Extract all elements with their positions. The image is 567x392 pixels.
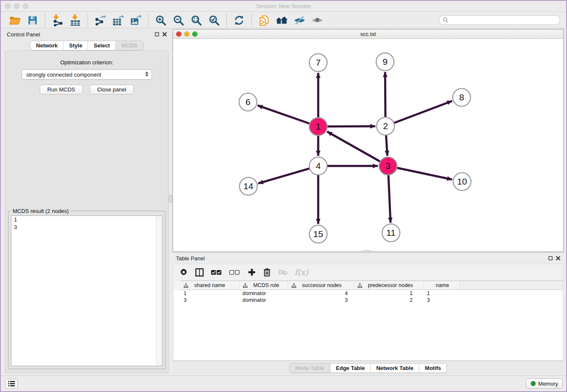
graph-node-15[interactable]: 15 — [309, 225, 327, 243]
graph-node-7[interactable]: 7 — [309, 54, 327, 72]
node-table[interactable]: shared nameMCDS rolesuccessor nodesprede… — [173, 281, 563, 361]
svg-text:6: 6 — [245, 97, 250, 107]
vertical-splitter-handle[interactable] — [169, 195, 172, 202]
close-panel-button[interactable]: Close panel — [90, 85, 134, 94]
export-network-icon[interactable] — [94, 14, 107, 27]
close-panel-icon[interactable] — [162, 32, 167, 36]
export-table-icon[interactable] — [112, 14, 124, 27]
hide-selected-icon[interactable] — [293, 14, 306, 27]
graph-node-10[interactable]: 10 — [453, 173, 471, 190]
float-panel-icon[interactable] — [155, 32, 159, 36]
table-panel: Table Panel — [173, 253, 564, 375]
table-cell: 3 — [180, 297, 239, 304]
tab-style[interactable]: Style — [63, 41, 88, 50]
graph-node-11[interactable]: 11 — [382, 224, 400, 242]
session-title: Session: New Session — [1, 3, 566, 9]
optimization-criterion-dropdown[interactable]: strongly connected component — [22, 69, 152, 80]
tab-network[interactable]: Network — [30, 41, 63, 50]
column-header-successor-nodes[interactable]: successor nodes — [288, 281, 354, 290]
select-all-icon[interactable] — [211, 269, 222, 275]
optimization-criterion-label: Optimization criterion: — [6, 59, 168, 66]
graph-node-2[interactable]: 2 — [377, 117, 394, 135]
graph-node-1[interactable]: 1 — [309, 118, 327, 135]
gear-icon[interactable] — [179, 268, 188, 276]
save-session-icon[interactable] — [26, 14, 39, 27]
column-layout-icon[interactable] — [195, 268, 204, 277]
svg-text:9: 9 — [383, 57, 388, 66]
tab-select[interactable]: Select — [88, 41, 116, 50]
first-neighbors-icon[interactable] — [275, 14, 288, 27]
graph-node-9[interactable]: 9 — [376, 53, 394, 71]
graph-edge-3-11[interactable] — [388, 175, 391, 223]
graph-edge-4-14[interactable] — [258, 168, 309, 183]
close-panel-icon[interactable] — [556, 256, 560, 260]
tab-node-table[interactable]: Node Table — [290, 364, 330, 373]
table-row[interactable]: 3dominator323 — [173, 297, 563, 304]
table-panel-header: Table Panel — [173, 253, 564, 263]
graph-edge-2-8[interactable] — [394, 101, 452, 123]
search-icon — [443, 17, 449, 23]
graph-edge-2-9[interactable] — [385, 72, 385, 117]
table-cell: 1 — [424, 290, 460, 297]
memory-button[interactable]: Memory — [526, 378, 563, 389]
tab-motifs[interactable]: Motifs — [419, 364, 446, 373]
memory-status-icon — [531, 381, 536, 386]
network-window-titlebar[interactable]: × − + scc.txt — [173, 30, 563, 39]
tab-mcds[interactable]: MCDS — [116, 41, 143, 50]
svg-text:7: 7 — [316, 58, 321, 67]
zoom-selected-icon[interactable] — [208, 14, 220, 27]
column-header-predecessor-nodes[interactable]: predecessor nodes — [354, 281, 424, 290]
toolbar-separator — [88, 14, 88, 27]
control-panel-header: Control Panel — [3, 29, 170, 39]
graph-node-4[interactable]: 4 — [309, 157, 327, 175]
show-all-icon[interactable] — [311, 14, 324, 27]
column-header-name[interactable]: name — [424, 281, 460, 290]
export-image-icon[interactable] — [129, 14, 142, 27]
graph-edge-3-10[interactable] — [397, 168, 452, 179]
zoom-out-icon[interactable] — [172, 14, 185, 27]
horizontal-splitter-handle[interactable] — [363, 250, 371, 253]
add-column-icon[interactable] — [248, 268, 256, 276]
graph-node-3[interactable]: 3 — [379, 157, 397, 175]
float-panel-icon[interactable] — [548, 256, 553, 260]
column-header-MCDS-role[interactable]: MCDS role — [239, 281, 288, 290]
run-mcds-button[interactable]: Run MCDS — [40, 85, 83, 94]
svg-text:15: 15 — [313, 229, 323, 239]
network-canvas[interactable]: 7968124314101511 — [173, 39, 563, 251]
graph-node-6[interactable]: 6 — [239, 93, 257, 111]
tab-network-table[interactable]: Network Table — [371, 364, 419, 373]
delete-column-icon[interactable] — [263, 268, 271, 276]
control-panel-tabs: NetworkStyleSelectMCDS — [3, 39, 170, 50]
graph-edge-2-3[interactable] — [386, 135, 387, 156]
graph-edge-3-1[interactable] — [327, 132, 380, 161]
network-view-window: × − + scc.txt 7968124314101511 — [173, 29, 564, 252]
result-scrollbar[interactable] — [156, 216, 162, 366]
zoom-fit-icon[interactable] — [190, 14, 203, 27]
graph-node-14[interactable]: 14 — [239, 177, 257, 195]
svg-text:1: 1 — [316, 121, 321, 131]
table-cell: 1 — [354, 290, 424, 297]
dropdown-value: strongly connected component — [26, 72, 101, 78]
control-panel: Control Panel NetworkStyleSelectMCDS Opt… — [3, 29, 170, 375]
mcds-result-item[interactable]: 1 — [11, 216, 162, 224]
graph-edge-1-2[interactable] — [328, 126, 375, 127]
column-header-shared-name[interactable]: shared name — [180, 281, 239, 290]
search-input[interactable] — [439, 15, 560, 25]
graph-edge-1-6[interactable] — [258, 105, 310, 124]
svg-text:8: 8 — [459, 92, 464, 102]
toolbar-separator — [45, 14, 45, 27]
clone-network-icon[interactable] — [258, 14, 270, 27]
table-cell: 1 — [180, 290, 239, 297]
unselect-all-icon[interactable] — [229, 269, 240, 275]
open-session-icon[interactable] — [8, 14, 21, 27]
mcds-result-list[interactable]: 13 — [11, 215, 162, 366]
mcds-result-item[interactable]: 3 — [11, 224, 162, 231]
task-history-button[interactable] — [5, 379, 18, 389]
import-network-icon[interactable] — [51, 14, 64, 27]
import-table-icon[interactable] — [69, 14, 82, 27]
refresh-layout-icon[interactable] — [233, 14, 245, 27]
zoom-in-icon[interactable] — [154, 14, 167, 27]
tab-edge-table[interactable]: Edge Table — [330, 364, 371, 373]
graph-node-8[interactable]: 8 — [453, 88, 471, 106]
table-row[interactable]: 1dominator411 — [173, 290, 563, 297]
